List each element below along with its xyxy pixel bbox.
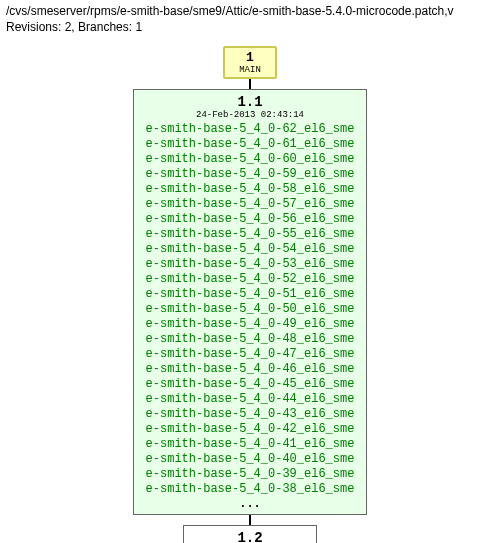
connector-line bbox=[249, 515, 251, 525]
tag-item: e-smith-base-5_4_0-47_el6_sme bbox=[146, 347, 355, 362]
tag-item: e-smith-base-5_4_0-46_el6_sme bbox=[146, 362, 355, 377]
tag-item: e-smith-base-5_4_0-38_el6_sme bbox=[146, 482, 355, 497]
tag-item: e-smith-base-5_4_0-48_el6_sme bbox=[146, 332, 355, 347]
tag-item: e-smith-base-5_4_0-59_el6_sme bbox=[146, 167, 355, 182]
tag-item: e-smith-base-5_4_0-40_el6_sme bbox=[146, 452, 355, 467]
tag-item: e-smith-base-5_4_0-56_el6_sme bbox=[146, 212, 355, 227]
connector-line bbox=[249, 79, 251, 89]
branch-label: MAIN bbox=[239, 65, 261, 75]
revision-version: 1.2 bbox=[196, 530, 304, 543]
tag-item: e-smith-base-5_4_0-55_el6_sme bbox=[146, 227, 355, 242]
tag-item: e-smith-base-5_4_0-54_el6_sme bbox=[146, 242, 355, 257]
tag-item: e-smith-base-5_4_0-60_el6_sme bbox=[146, 152, 355, 167]
tag-item: e-smith-base-5_4_0-61_el6_sme bbox=[146, 137, 355, 152]
tag-ellipsis: ... bbox=[146, 497, 355, 511]
tag-item: e-smith-base-5_4_0-62_el6_sme bbox=[146, 122, 355, 137]
tag-item: e-smith-base-5_4_0-58_el6_sme bbox=[146, 182, 355, 197]
revisions-meta: Revisions: 2, Branches: 1 bbox=[6, 20, 494, 34]
tag-item: e-smith-base-5_4_0-52_el6_sme bbox=[146, 272, 355, 287]
tag-item: e-smith-base-5_4_0-49_el6_sme bbox=[146, 317, 355, 332]
tag-list: e-smith-base-5_4_0-62_el6_smee-smith-bas… bbox=[146, 122, 355, 497]
tag-item: e-smith-base-5_4_0-39_el6_sme bbox=[146, 467, 355, 482]
header: /cvs/smeserver/rpms/e-smith-base/sme9/At… bbox=[0, 0, 500, 38]
branch-number: 1 bbox=[239, 50, 261, 65]
branch-main-box[interactable]: 1 MAIN bbox=[223, 46, 277, 79]
revision-version: 1.1 bbox=[146, 94, 355, 110]
file-path: /cvs/smeserver/rpms/e-smith-base/sme9/At… bbox=[6, 4, 494, 18]
tag-item: e-smith-base-5_4_0-43_el6_sme bbox=[146, 407, 355, 422]
revision-1.1-box[interactable]: 1.1 24-Feb-2013 02:43:14 e-smith-base-5_… bbox=[133, 89, 368, 515]
revision-date: 24-Feb-2013 02:43:14 bbox=[146, 110, 355, 120]
tag-item: e-smith-base-5_4_0-42_el6_sme bbox=[146, 422, 355, 437]
tag-item: e-smith-base-5_4_0-50_el6_sme bbox=[146, 302, 355, 317]
tag-item: e-smith-base-5_4_0-53_el6_sme bbox=[146, 257, 355, 272]
revision-1.2-box[interactable]: 1.2 24-Mar-2014 04:05:36 HEAD bbox=[183, 525, 317, 543]
tag-item: e-smith-base-5_4_0-57_el6_sme bbox=[146, 197, 355, 212]
tag-item: e-smith-base-5_4_0-44_el6_sme bbox=[146, 392, 355, 407]
tag-item: e-smith-base-5_4_0-45_el6_sme bbox=[146, 377, 355, 392]
tag-item: e-smith-base-5_4_0-41_el6_sme bbox=[146, 437, 355, 452]
graph-container: 1 MAIN 1.1 24-Feb-2013 02:43:14 e-smith-… bbox=[0, 38, 500, 543]
tag-item: e-smith-base-5_4_0-51_el6_sme bbox=[146, 287, 355, 302]
